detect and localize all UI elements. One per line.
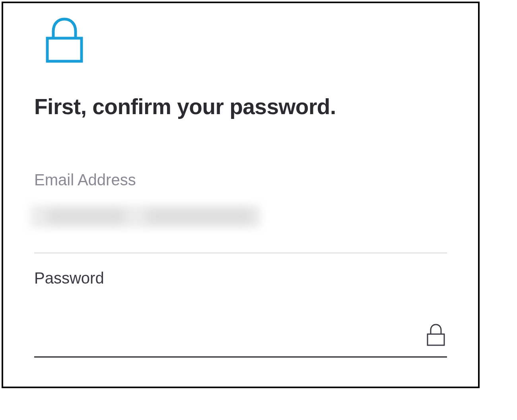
password-input-row xyxy=(34,323,447,358)
password-field-group: Password xyxy=(34,269,447,358)
svg-rect-0 xyxy=(47,38,82,61)
svg-rect-1 xyxy=(428,334,444,345)
lock-icon xyxy=(45,15,447,66)
password-input[interactable] xyxy=(34,332,426,349)
page-title: First, confirm your password. xyxy=(34,94,447,119)
email-value-redacted xyxy=(34,205,447,229)
lock-icon xyxy=(426,323,445,348)
confirm-password-panel: First, confirm your password. Email Addr… xyxy=(2,2,480,388)
field-divider xyxy=(34,253,447,253)
email-field-group: Email Address xyxy=(34,171,447,253)
password-label: Password xyxy=(34,269,447,287)
email-label: Email Address xyxy=(34,171,447,189)
